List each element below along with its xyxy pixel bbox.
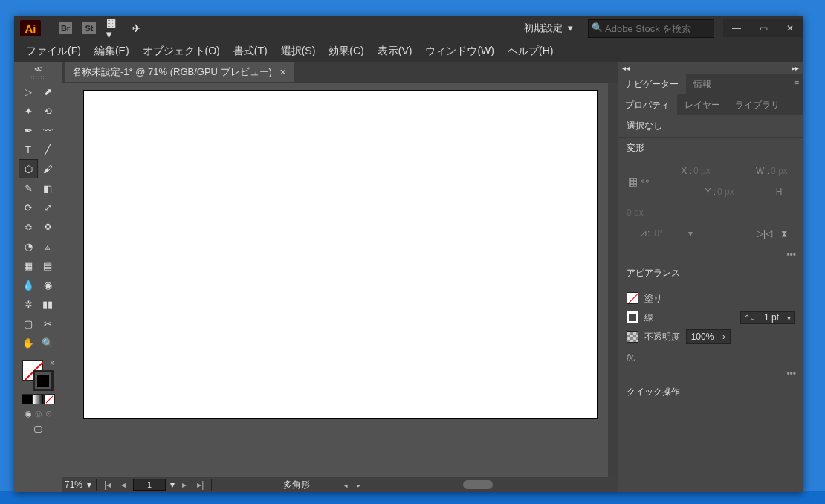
eraser-tool[interactable]: ◧ bbox=[38, 178, 57, 198]
angle-dropdown-icon[interactable]: ▾ bbox=[688, 228, 693, 239]
hand-tool[interactable]: ✋ bbox=[19, 333, 38, 352]
menu-help[interactable]: ヘルプ(H) bbox=[502, 42, 559, 61]
draw-normal-icon[interactable]: ◉ bbox=[25, 409, 32, 419]
menu-file[interactable]: ファイル(F) bbox=[20, 42, 87, 61]
paintbrush-tool[interactable]: 🖌 bbox=[38, 159, 57, 178]
collapse-panel-icon[interactable]: ◂◂ bbox=[622, 64, 630, 72]
menu-edit[interactable]: 編集(E) bbox=[88, 42, 135, 61]
stock-search-input[interactable] bbox=[588, 19, 714, 38]
panel-menu-icon[interactable]: ≡ bbox=[789, 74, 803, 94]
fill-stroke-control[interactable]: ⤭ bbox=[21, 358, 55, 391]
angle-input[interactable] bbox=[654, 228, 684, 239]
w-input[interactable] bbox=[771, 166, 806, 176]
tab-layers[interactable]: レイヤー bbox=[677, 94, 728, 115]
toolbar-grip[interactable]: :::::: bbox=[23, 73, 53, 80]
expand-panel-icon[interactable]: ▸▸ bbox=[792, 64, 799, 72]
direct-selection-tool[interactable]: ⬈ bbox=[38, 82, 57, 101]
tab-properties[interactable]: プロパティ bbox=[618, 94, 677, 115]
scale-tool[interactable]: ⤢ bbox=[38, 198, 57, 217]
type-tool[interactable]: T bbox=[19, 140, 38, 159]
scroll-thumb[interactable] bbox=[463, 480, 493, 489]
constrain-proportions-icon[interactable]: ⚯ bbox=[640, 176, 650, 187]
y-input[interactable] bbox=[717, 187, 753, 197]
flip-horizontal-icon[interactable]: ▷|◁ bbox=[757, 228, 772, 239]
gradient-tool[interactable]: ▤ bbox=[38, 256, 57, 275]
reference-point-icon[interactable]: ▦ bbox=[627, 175, 638, 187]
slice-tool[interactable]: ✂ bbox=[38, 314, 57, 333]
stroke-stepper-icon[interactable]: ⌃⌄ bbox=[741, 312, 759, 323]
minimize-button[interactable]: — bbox=[723, 19, 750, 37]
first-artboard-button[interactable]: |◂ bbox=[101, 479, 114, 490]
fill-swatch-button[interactable] bbox=[627, 292, 638, 304]
gradient-mode-icon[interactable] bbox=[33, 394, 44, 404]
x-input[interactable] bbox=[693, 166, 729, 176]
screen-mode-icon[interactable]: 🖵 bbox=[33, 424, 42, 435]
workspace-selector[interactable]: 初期設定 ▾ bbox=[518, 19, 579, 38]
draw-inside-icon[interactable]: ⊙ bbox=[45, 409, 52, 419]
bridge-icon[interactable]: Br bbox=[59, 22, 72, 34]
shaper-tool[interactable]: ✎ bbox=[19, 178, 38, 198]
selection-tool[interactable]: ▷ bbox=[19, 82, 38, 101]
menu-view[interactable]: 表示(V) bbox=[372, 42, 418, 61]
zoom-display[interactable]: 71% bbox=[65, 479, 82, 490]
prev-artboard-button[interactable]: ◂ bbox=[118, 479, 129, 490]
rotate-tool[interactable]: ⟳ bbox=[19, 198, 38, 217]
draw-behind-icon[interactable]: ◎ bbox=[35, 409, 42, 419]
opacity-dropdown-icon[interactable]: › bbox=[718, 330, 730, 343]
width-tool[interactable]: ≎ bbox=[19, 217, 38, 236]
horizontal-scrollbar[interactable]: ◂ ▸ bbox=[344, 479, 618, 490]
artboard-tool[interactable]: ▢ bbox=[19, 314, 38, 333]
symbol-sprayer-tool[interactable]: ✲ bbox=[19, 294, 38, 314]
stroke-swatch[interactable] bbox=[33, 370, 54, 391]
scroll-left-icon[interactable]: ◂ bbox=[344, 482, 348, 489]
appearance-more-icon[interactable]: ••• bbox=[618, 367, 803, 381]
workspace-grid-icon[interactable]: ▦ ▾ bbox=[106, 22, 120, 34]
menu-window[interactable]: ウィンドウ(W) bbox=[419, 42, 500, 61]
vertical-scrollbar[interactable] bbox=[608, 83, 618, 477]
eyedropper-tool[interactable]: 💧 bbox=[19, 275, 38, 294]
line-tool[interactable]: ╱ bbox=[38, 140, 57, 159]
blend-tool[interactable]: ◉ bbox=[38, 275, 57, 294]
flip-vertical-icon[interactable]: ⧗ bbox=[781, 228, 787, 239]
stroke-swatch-button[interactable] bbox=[627, 311, 638, 323]
menu-object[interactable]: オブジェクト(O) bbox=[137, 42, 226, 61]
artboard-number-field[interactable] bbox=[133, 479, 166, 491]
maximize-button[interactable]: ▭ bbox=[750, 19, 777, 37]
pen-tool[interactable]: ✒ bbox=[19, 120, 38, 140]
stock-icon[interactable]: St bbox=[82, 22, 96, 34]
magic-wand-tool[interactable]: ✦ bbox=[19, 101, 38, 120]
perspective-grid-tool[interactable]: ⟁ bbox=[38, 236, 57, 256]
last-artboard-button[interactable]: ▸| bbox=[194, 479, 207, 490]
artboard-dropdown-icon[interactable]: ▾ bbox=[170, 479, 175, 490]
scroll-right-icon[interactable]: ▸ bbox=[357, 482, 360, 489]
canvas[interactable] bbox=[62, 83, 608, 477]
tab-library[interactable]: ライブラリ bbox=[728, 94, 787, 115]
menu-select[interactable]: 選択(S) bbox=[275, 42, 322, 61]
expand-chevron-icon[interactable]: ≪ bbox=[34, 65, 42, 73]
shape-builder-tool[interactable]: ◔ bbox=[19, 236, 38, 256]
curvature-tool[interactable]: 〰 bbox=[38, 120, 57, 140]
rocket-icon[interactable]: ✈ bbox=[130, 22, 143, 34]
free-transform-tool[interactable]: ✥ bbox=[38, 217, 57, 236]
graph-tool[interactable]: ▮▮ bbox=[38, 294, 57, 314]
tab-info[interactable]: 情報 bbox=[686, 74, 719, 94]
menu-type[interactable]: 書式(T) bbox=[227, 42, 274, 61]
none-mode-icon[interactable] bbox=[44, 394, 55, 404]
next-artboard-button[interactable]: ▸ bbox=[179, 479, 190, 490]
menu-effect[interactable]: 効果(C) bbox=[323, 42, 369, 61]
zoom-dropdown-icon[interactable]: ▾ bbox=[87, 479, 91, 490]
shape-tool[interactable]: ⬡ bbox=[19, 159, 38, 178]
fx-label[interactable]: fx. bbox=[618, 351, 803, 367]
stroke-dropdown-icon[interactable]: ▾ bbox=[784, 312, 794, 323]
zoom-tool[interactable]: 🔍 bbox=[38, 333, 57, 352]
transform-more-icon[interactable]: ••• bbox=[618, 248, 803, 262]
stroke-weight-input[interactable]: ⌃⌄ ▾ bbox=[740, 311, 795, 324]
close-button[interactable]: ✕ bbox=[777, 19, 803, 37]
mesh-tool[interactable]: ▦ bbox=[19, 256, 38, 275]
lasso-tool[interactable]: ⟲ bbox=[38, 101, 57, 120]
swap-fill-stroke-icon[interactable]: ⤭ bbox=[49, 358, 55, 366]
tab-navigator[interactable]: ナビゲーター bbox=[618, 74, 686, 94]
document-tab[interactable]: 名称未設定-1* @ 71% (RGB/GPU プレビュー) ✕ bbox=[65, 62, 294, 82]
h-input[interactable] bbox=[627, 207, 662, 218]
opacity-input[interactable]: › bbox=[686, 329, 731, 344]
